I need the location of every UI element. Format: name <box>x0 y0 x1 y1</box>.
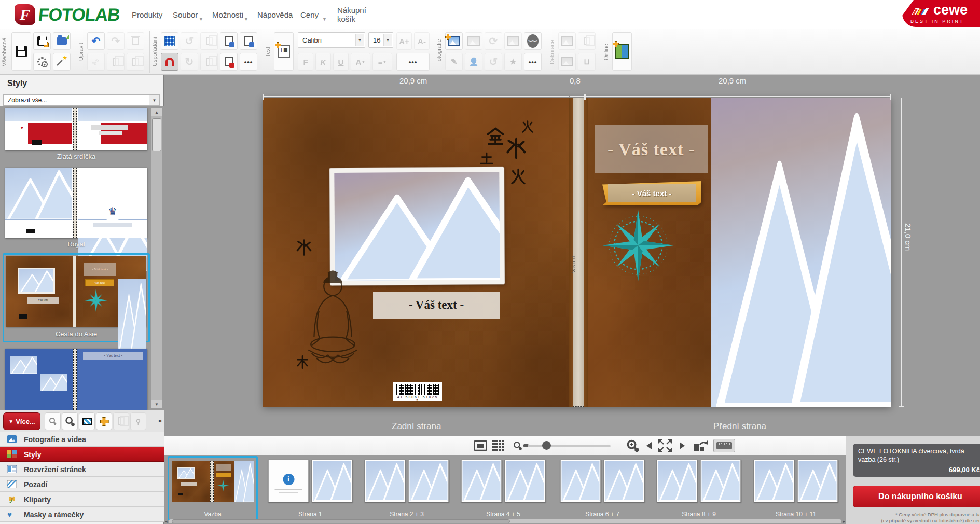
font-smaller-button[interactable]: A- <box>414 32 430 50</box>
chevron-down-icon[interactable]: ▼ <box>199 17 203 22</box>
bold-button[interactable]: F <box>298 53 313 71</box>
grid-view-button[interactable] <box>492 439 505 452</box>
text-more-button[interactable]: ••• <box>396 53 430 71</box>
rotate-layout-button[interactable] <box>694 439 708 452</box>
spine-strip[interactable] <box>573 98 584 407</box>
scrollbar-thumb[interactable] <box>152 118 161 151</box>
page-thumb-strana-6-7[interactable]: Strana 6 + 7 <box>558 458 646 519</box>
remove-photo-button[interactable] <box>465 32 482 50</box>
page-thumb-strana-2-3[interactable]: Strana 2 + 3 <box>363 458 451 519</box>
save-as-button[interactable] <box>33 32 51 50</box>
menu-nakupni-kosik[interactable]: Nákupní košík <box>337 0 366 29</box>
save-button[interactable] <box>11 32 31 71</box>
buddha-clipart[interactable] <box>292 259 374 379</box>
back-cover[interactable]: - Váš text - 41 53061 51025 2 <box>263 98 569 407</box>
edit-photo-button[interactable]: ✎ <box>445 53 463 71</box>
remove-page-button[interactable] <box>220 53 238 71</box>
bring-forward-button[interactable] <box>200 53 218 71</box>
menu-produkty[interactable]: Produkty <box>132 0 162 29</box>
page-right[interactable] <box>604 460 645 502</box>
zoom-slider[interactable] <box>528 439 616 452</box>
slider-knob[interactable] <box>542 441 551 450</box>
style-item-zlata-srdicka[interactable]: ♥ <box>5 108 147 150</box>
page-left[interactable] <box>365 460 406 502</box>
scrollbar-thumb[interactable] <box>172 519 510 523</box>
add-photo-button[interactable] <box>445 32 463 50</box>
swap-photo-button[interactable] <box>504 32 522 50</box>
grid-button[interactable] <box>161 32 178 50</box>
category-masky-a-ramecky[interactable]: ♥ Masky a rámečky <box>0 507 164 522</box>
photos-more-button[interactable]: ••• <box>524 53 542 71</box>
background-style-button[interactable] <box>79 412 95 430</box>
show-rulers-button[interactable] <box>713 439 735 452</box>
add-to-cart-button[interactable]: Do nákupního košíku <box>853 486 980 507</box>
page-right[interactable] <box>505 460 546 502</box>
tools-button[interactable]: ⚲ <box>130 412 146 430</box>
style-list-scrollbar[interactable]: ▲ ▼ <box>151 108 162 408</box>
duplicate-button[interactable] <box>113 412 129 430</box>
front-title-placeholder[interactable]: - Váš text - <box>595 125 708 173</box>
more-styles-button[interactable]: ▼Více... <box>3 412 40 430</box>
font-color-button[interactable]: A▼ <box>351 53 370 71</box>
page-left[interactable] <box>657 460 698 502</box>
page-1-right[interactable] <box>312 460 353 502</box>
photo-effects-button[interactable]: ★ <box>504 53 522 71</box>
zoom-out-thumbs-button[interactable] <box>45 412 61 430</box>
expand-toolbar-button[interactable]: » <box>158 417 162 424</box>
next-page-button[interactable] <box>679 439 685 452</box>
page-right[interactable] <box>700 460 741 502</box>
arrange-more-button[interactable]: ••• <box>240 53 257 71</box>
delete-button[interactable] <box>127 32 144 50</box>
menu-moznosti[interactable]: Možnosti <box>212 0 243 29</box>
menu-soubor[interactable]: Soubor <box>173 0 198 29</box>
italic-button[interactable]: K <box>315 53 331 71</box>
fit-view-button[interactable] <box>658 439 672 452</box>
add-text-button[interactable] <box>274 32 294 71</box>
snap-magnet-button[interactable] <box>161 53 178 71</box>
settings-button[interactable] <box>33 53 51 71</box>
frames-button[interactable] <box>558 32 576 50</box>
chevron-down-icon[interactable]: ▼ <box>322 17 327 22</box>
page-thumb-strana-1[interactable]: i Strana 1 <box>266 458 354 519</box>
menu-napoveda[interactable]: Nápověda <box>257 0 293 29</box>
copy-button[interactable] <box>107 53 125 71</box>
photo-person-button[interactable]: 👤 <box>465 53 482 71</box>
style-item-cesta-do-asie[interactable]: - Váš text - - Váš text - - Váš text - <box>6 256 146 327</box>
scroll-left-icon[interactable]: ◂ <box>165 519 168 524</box>
style-item-royal[interactable]: ♛ <box>5 168 147 238</box>
font-family-select[interactable]: Calibri▼ <box>298 32 365 48</box>
underline-button[interactable]: U <box>333 53 349 71</box>
page-right[interactable] <box>408 460 449 502</box>
chevron-down-icon[interactable]: ▼ <box>355 34 364 46</box>
add-style-button[interactable] <box>96 412 112 430</box>
reset-photo-button[interactable]: ↺ <box>485 53 502 71</box>
send-backward-button[interactable] <box>200 32 218 50</box>
move-page-button[interactable] <box>240 32 257 50</box>
open-button[interactable] <box>53 32 71 50</box>
page-left[interactable] <box>560 460 601 502</box>
page-thumb-vazba[interactable]: Vazba <box>168 456 258 520</box>
zoom-in-thumbs-button[interactable] <box>62 412 78 430</box>
category-kliparty[interactable]: Kliparty <box>0 492 164 507</box>
redo-button[interactable]: ↷ <box>107 32 125 50</box>
page-left[interactable] <box>754 460 795 502</box>
zoom-in-button[interactable] <box>626 439 640 452</box>
book-cover-spread[interactable]: - Váš text - 41 53061 51025 2 - Váš text… <box>263 98 891 407</box>
chevron-down-icon[interactable]: ▼ <box>149 95 159 105</box>
borders-button[interactable]: ⊔ <box>578 53 596 71</box>
text-align-button[interactable]: ≡▼ <box>372 53 392 71</box>
rotate-photo-button[interactable]: ⟳ <box>485 32 502 50</box>
single-page-view-button[interactable] <box>474 439 487 452</box>
category-rozvrzeni-stranek[interactable]: Rozvržení stránek <box>0 462 164 477</box>
spine-text-placeholder[interactable]: - Váš text - <box>571 253 576 276</box>
chevron-down-icon[interactable]: ▼ <box>383 34 392 46</box>
chevron-down-icon[interactable]: ▼ <box>244 17 249 22</box>
font-size-select[interactable]: 16▼ <box>368 32 393 48</box>
category-fotografie-a-videa[interactable]: Fotografie a videa <box>0 432 164 447</box>
style-item-blue[interactable]: - Váš text - <box>5 349 147 410</box>
rotate-right-button[interactable]: ↻ <box>181 53 198 71</box>
face-detection-button[interactable] <box>524 32 542 50</box>
shapes-button[interactable] <box>578 32 596 50</box>
assistant-button[interactable] <box>53 53 71 71</box>
zoom-out-button[interactable] <box>513 439 522 452</box>
